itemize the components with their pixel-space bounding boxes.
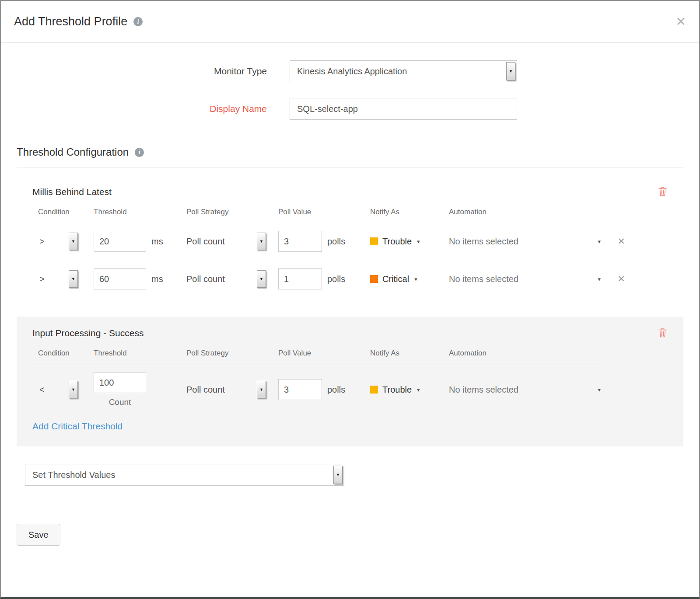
condition-select[interactable]: > ▼ (32, 233, 78, 250)
poll-value-input[interactable] (278, 268, 322, 289)
column-header-automation: Automation (449, 208, 603, 216)
threshold-unit: ms (151, 274, 163, 284)
chevron-down-icon: ▾ (417, 238, 420, 245)
notify-as-value: Trouble (382, 237, 412, 247)
condition-value: > (39, 274, 45, 284)
delete-metric-button[interactable] (658, 187, 667, 198)
set-threshold-values-value: Set Threshold Values (32, 470, 115, 480)
poll-strategy-value: Poll count (186, 237, 225, 247)
top-form: Monitor Type Kinesis Analytics Applicati… (17, 60, 683, 120)
info-icon[interactable]: i (135, 148, 144, 157)
display-name-row: Display Name (17, 98, 683, 120)
section-title: Threshold Configuration (17, 146, 129, 158)
delete-metric-button[interactable] (658, 328, 667, 339)
trash-icon (658, 328, 667, 338)
automation-value: No items selected (449, 237, 518, 247)
threshold-row: > ▼ ms Poll count ▼ polls (32, 260, 668, 297)
threshold-configuration-heading: Threshold Configuration i (17, 146, 683, 158)
condition-select[interactable]: < ▼ (32, 381, 78, 398)
poll-strategy-select[interactable]: Poll count ▼ (186, 233, 266, 250)
remove-row-icon[interactable]: ✕ (613, 236, 630, 247)
chevron-down-icon[interactable]: ▼ (506, 62, 515, 80)
monitor-type-value: Kinesis Analytics Application (297, 66, 407, 77)
column-header-automation: Automation (449, 349, 603, 358)
threshold-row: < ▼ Count Poll count ▼ (32, 363, 668, 415)
severity-swatch (370, 386, 378, 394)
monitor-type-row: Monitor Type Kinesis Analytics Applicati… (17, 60, 683, 82)
add-critical-threshold-link[interactable]: Add Critical Threshold (32, 421, 122, 432)
chevron-down-icon[interactable]: ▼ (69, 381, 78, 398)
notify-as-select[interactable]: Trouble ▾ (370, 385, 449, 395)
threshold-row: > ▼ ms Poll count ▼ polls (32, 222, 668, 260)
monitor-type-select[interactable]: Kinesis Analytics Application ▼ (290, 60, 517, 82)
chevron-down-icon[interactable]: ▼ (69, 233, 78, 250)
set-threshold-values-select[interactable]: Set Threshold Values ▼ (25, 464, 344, 486)
severity-swatch (370, 237, 378, 245)
automation-value: No items selected (449, 385, 518, 395)
threshold-input[interactable] (94, 268, 146, 289)
metric-title: Input Processing - Success (32, 328, 144, 338)
close-icon[interactable]: ✕ (676, 16, 686, 28)
chevron-down-icon: ▾ (417, 387, 420, 393)
dialog-header: Add Threshold Profile i ✕ (1, 1, 699, 43)
poll-value-unit: polls (327, 385, 345, 395)
column-header-condition: Condition (32, 208, 94, 216)
condition-value: < (39, 385, 45, 395)
chevron-down-icon[interactable]: ▼ (257, 233, 266, 250)
threshold-input[interactable] (94, 372, 146, 393)
chevron-down-icon: ▾ (598, 387, 601, 393)
add-threshold-profile-dialog: Add Threshold Profile i ✕ Monitor Type K… (0, 0, 700, 599)
column-headers: Condition Threshold Poll Strategy Poll V… (32, 349, 603, 363)
automation-value: No items selected (449, 274, 518, 284)
notify-as-select[interactable]: Trouble ▾ (370, 237, 449, 247)
chevron-down-icon[interactable]: ▼ (333, 466, 343, 484)
display-name-label: Display Name (17, 104, 267, 114)
poll-value-input[interactable] (278, 231, 322, 252)
info-icon[interactable]: i (133, 17, 143, 26)
display-name-input[interactable] (290, 98, 517, 120)
chevron-down-icon[interactable]: ▼ (257, 270, 266, 288)
metric-block-input-processing-success: Input Processing - Success Condition Thr… (17, 317, 683, 446)
column-header-poll-strategy: Poll Strategy (186, 349, 278, 358)
metric-header: Millis Behind Latest (32, 187, 668, 198)
remove-row-icon[interactable]: ✕ (613, 274, 630, 284)
automation-select[interactable]: No items selected ▾ (449, 237, 603, 247)
trash-icon (658, 187, 667, 196)
chevron-down-icon: ▾ (598, 276, 601, 282)
poll-strategy-select[interactable]: Poll count ▼ (186, 270, 266, 288)
chevron-down-icon[interactable]: ▼ (257, 381, 266, 398)
column-header-poll-value: Poll Value (278, 208, 370, 216)
poll-strategy-value: Poll count (186, 274, 225, 284)
column-header-threshold: Threshold (94, 349, 186, 358)
severity-swatch (370, 275, 378, 283)
set-threshold-values-wrap: Set Threshold Values ▼ (25, 464, 683, 486)
poll-strategy-value: Poll count (186, 385, 225, 395)
threshold-unit: ms (151, 237, 163, 247)
footer-divider (17, 514, 683, 514)
dialog-body: Monitor Type Kinesis Analytics Applicati… (1, 43, 699, 597)
chevron-down-icon: ▾ (414, 276, 417, 282)
column-header-poll-value: Poll Value (278, 349, 370, 358)
poll-value-input[interactable] (278, 379, 322, 400)
automation-select[interactable]: No items selected ▾ (449, 385, 603, 395)
column-header-notify-as: Notify As (370, 208, 449, 216)
save-button[interactable]: Save (17, 524, 60, 546)
notify-as-value: Critical (382, 274, 409, 284)
poll-strategy-select[interactable]: Poll count ▼ (186, 381, 266, 398)
column-header-condition: Condition (32, 349, 94, 358)
chevron-down-icon[interactable]: ▼ (69, 270, 78, 288)
automation-select[interactable]: No items selected ▾ (449, 274, 603, 284)
poll-value-unit: polls (327, 237, 345, 247)
metric-block-millis-behind-latest: Millis Behind Latest Condition Threshold… (17, 179, 683, 303)
column-headers: Condition Threshold Poll Strategy Poll V… (32, 208, 603, 222)
notify-as-select[interactable]: Critical ▾ (370, 274, 449, 284)
section-divider (17, 167, 683, 167)
chevron-down-icon: ▾ (598, 238, 601, 245)
monitor-type-label: Monitor Type (17, 66, 267, 77)
condition-value: > (39, 237, 45, 247)
metric-header: Input Processing - Success (32, 328, 668, 339)
metric-title: Millis Behind Latest (32, 187, 112, 197)
column-header-poll-strategy: Poll Strategy (186, 208, 278, 216)
threshold-input[interactable] (94, 231, 146, 252)
condition-select[interactable]: > ▼ (32, 270, 78, 288)
